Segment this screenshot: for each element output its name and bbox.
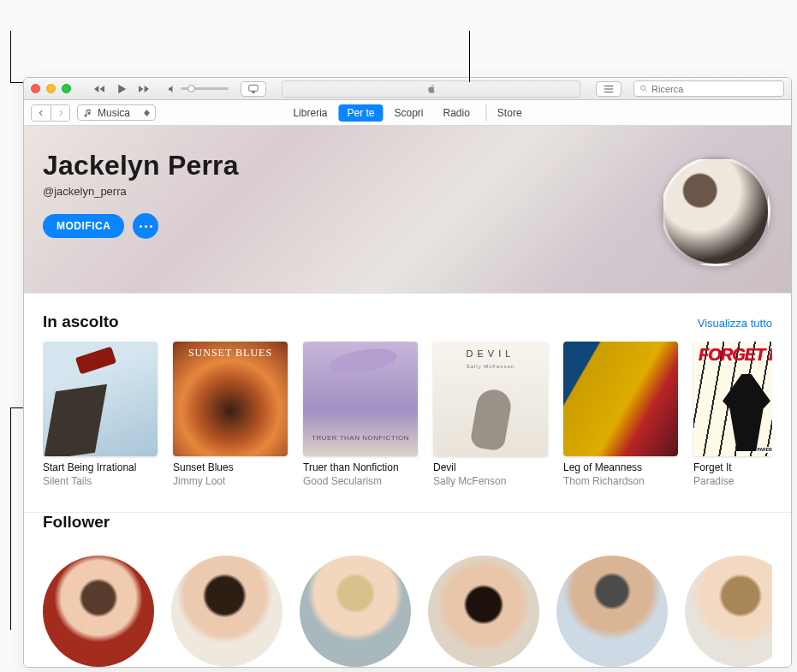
album-title: Devil xyxy=(433,461,548,475)
album-artist: Thom Richardson xyxy=(563,475,678,489)
follower-avatar[interactable] xyxy=(556,556,668,667)
airplay-icon xyxy=(247,83,259,95)
album-item[interactable]: DEVIL Sally McFenson Devil Sally McFenso… xyxy=(433,342,548,488)
album-artist: Paradise xyxy=(693,475,772,489)
profile-display-name: Jackelyn Perra xyxy=(43,150,772,181)
album-item[interactable]: TRUER THAN NONFICTION Truer than Nonfict… xyxy=(303,342,418,488)
cover-subtext: Sally McFenson xyxy=(433,364,548,369)
follower-avatar[interactable] xyxy=(300,556,411,667)
album-cover: TRUER THAN NONFICTION xyxy=(303,342,418,456)
tab-library[interactable]: Libreria xyxy=(284,104,336,122)
section-title-listening: In ascolto xyxy=(43,312,119,331)
album-title: Forget It xyxy=(693,461,772,475)
svg-rect-1 xyxy=(604,85,614,86)
album-artist: Jimmy Loot xyxy=(173,475,288,489)
cover-text: SUNSET BLUES xyxy=(173,347,288,360)
music-note-icon xyxy=(83,108,93,118)
nav-back-button[interactable] xyxy=(32,105,51,121)
follower-avatar[interactable] xyxy=(428,556,539,667)
playback-controls xyxy=(92,81,152,97)
list-icon xyxy=(603,83,615,95)
search-input[interactable] xyxy=(651,84,778,94)
album-cover xyxy=(563,342,678,456)
album-cover xyxy=(43,342,158,456)
media-type-selector[interactable]: Musica xyxy=(77,104,156,121)
tab-browse[interactable]: Scopri xyxy=(385,104,431,122)
search-icon xyxy=(639,84,648,93)
previous-track-button[interactable] xyxy=(92,81,107,97)
more-actions-button[interactable] xyxy=(133,213,158,239)
follower-avatar[interactable] xyxy=(171,556,283,667)
album-title: Truer than Nonfiction xyxy=(303,461,418,475)
album-artist: Sally McFenson xyxy=(433,475,548,489)
album-item[interactable]: FORGET IT PARENTAL ADVISORY Forget It Pa… xyxy=(693,342,772,488)
chevron-left-icon xyxy=(37,109,45,117)
album-artist: Good Secularism xyxy=(303,475,418,489)
profile-header: Jackelyn Perra @jackelyn_perra MODIFICA xyxy=(24,126,791,294)
volume-control[interactable] xyxy=(167,84,229,94)
itunes-window: Musica Libreria Per te Scopri Radio Stor… xyxy=(23,77,792,668)
svg-rect-3 xyxy=(604,91,614,92)
see-all-link[interactable]: Visualizza tutto xyxy=(698,317,772,330)
play-button[interactable] xyxy=(114,81,129,97)
followers-section: Follower xyxy=(24,513,791,667)
parental-advisory-badge: PARENTAL ADVISORY xyxy=(755,447,772,453)
album-title: Start Being Irrational xyxy=(43,461,158,475)
list-view-button[interactable] xyxy=(596,81,622,97)
close-window-button[interactable] xyxy=(31,84,40,93)
now-playing-display xyxy=(282,80,580,98)
svg-rect-0 xyxy=(249,85,259,91)
titlebar xyxy=(24,78,791,100)
follower-avatar[interactable] xyxy=(685,556,772,667)
album-cover: FORGET IT PARENTAL ADVISORY xyxy=(693,342,772,456)
content-scroll[interactable]: In ascolto Visualizza tutto Start Being … xyxy=(24,294,791,667)
tab-for-you[interactable]: Per te xyxy=(338,104,383,122)
minimize-window-button[interactable] xyxy=(46,84,56,93)
volume-icon xyxy=(167,84,177,94)
tab-radio[interactable]: Radio xyxy=(435,104,479,122)
airplay-button[interactable] xyxy=(241,81,266,97)
svg-rect-2 xyxy=(604,88,614,89)
nav-history xyxy=(31,104,70,122)
cover-text: TRUER THAN NONFICTION xyxy=(303,434,418,443)
edit-profile-button[interactable]: MODIFICA xyxy=(43,214,124,238)
album-artist: Silent Tails xyxy=(43,475,158,489)
search-field[interactable] xyxy=(633,80,784,97)
tab-store[interactable]: Store xyxy=(486,104,531,122)
album-title: Sunset Blues xyxy=(173,461,288,475)
next-track-button[interactable] xyxy=(136,81,152,97)
window-controls xyxy=(31,84,71,93)
profile-avatar[interactable] xyxy=(661,157,770,266)
album-item[interactable]: Leg of Meanness Thom Richardson xyxy=(563,342,678,488)
follower-avatar[interactable] xyxy=(43,556,154,667)
album-row: Start Being Irrational Silent Tails SUNS… xyxy=(43,342,772,488)
album-item[interactable]: Start Being Irrational Silent Tails xyxy=(43,342,158,488)
zoom-window-button[interactable] xyxy=(62,84,71,93)
media-type-label: Musica xyxy=(98,107,130,119)
album-item[interactable]: SUNSET BLUES Sunset Blues Jimmy Loot xyxy=(173,342,288,488)
follower-row xyxy=(43,542,772,667)
apple-logo-icon xyxy=(425,83,437,95)
cover-text: DEVIL xyxy=(433,348,548,359)
listening-section: In ascolto Visualizza tutto Start Being … xyxy=(24,312,791,505)
album-cover: SUNSET BLUES xyxy=(173,342,288,456)
album-title: Leg of Meanness xyxy=(563,461,678,475)
nav-forward-button[interactable] xyxy=(51,105,69,121)
svg-point-4 xyxy=(641,86,645,90)
svg-line-5 xyxy=(645,90,646,92)
cover-text: FORGET IT xyxy=(699,345,772,365)
volume-slider[interactable] xyxy=(181,87,229,90)
album-cover: DEVIL Sally McFenson xyxy=(433,342,548,456)
chevron-updown-icon xyxy=(144,110,150,116)
section-title-followers: Follower xyxy=(43,513,110,532)
nav-tabs: Libreria Per te Scopri Radio Store xyxy=(284,104,530,122)
navigation-bar: Musica Libreria Per te Scopri Radio Stor… xyxy=(24,100,791,126)
chevron-right-icon xyxy=(57,109,65,117)
